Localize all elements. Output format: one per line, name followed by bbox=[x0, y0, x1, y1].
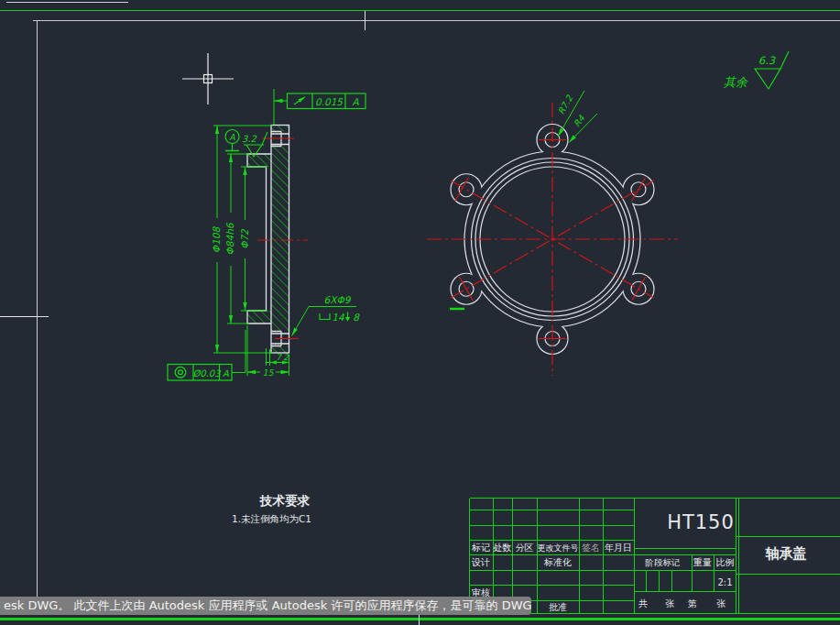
field-total: 共 bbox=[638, 598, 648, 609]
scale-value: 2:1 bbox=[717, 577, 732, 587]
svg-text:0.015: 0.015 bbox=[315, 96, 344, 107]
dim-width-total: 15 bbox=[262, 367, 274, 378]
svg-text:A: A bbox=[352, 96, 359, 107]
part-name-label: 轴承盖 bbox=[765, 545, 807, 562]
field-no: 第 bbox=[688, 598, 697, 609]
fcf-runout: 0.015 A bbox=[274, 89, 365, 125]
svg-text:6XΦ9: 6XΦ9 bbox=[324, 294, 352, 305]
role-approve: 批准 bbox=[549, 602, 567, 612]
rev-header-zone: 分区 bbox=[516, 543, 534, 553]
dim-width-plate: 7 bbox=[276, 353, 282, 362]
depth-icon bbox=[345, 312, 350, 322]
svg-text:14: 14 bbox=[332, 312, 344, 323]
svg-text:3.2: 3.2 bbox=[242, 134, 257, 144]
datum-a-symbol: A bbox=[225, 130, 239, 151]
role-standardization: 标准化 bbox=[543, 557, 572, 567]
hole-callout: 6XΦ9 14 8 bbox=[292, 294, 361, 336]
field-sheet: 张 bbox=[665, 598, 674, 609]
circular-runout-icon bbox=[294, 96, 306, 104]
drawing-svg: 其余 6.3 bbox=[0, 0, 840, 625]
rev-header-mark: 标记 bbox=[471, 543, 490, 553]
rev-header-count: 处数 bbox=[494, 543, 512, 553]
dim-outer-dia: Φ108 bbox=[211, 226, 222, 254]
field-weight: 重量 bbox=[693, 557, 712, 567]
material-label: HT150 bbox=[667, 511, 735, 533]
technical-requirements: 技术要求 1.未注倒角均为C1 bbox=[232, 493, 311, 524]
dim-spigot-dia: Φ84h6 bbox=[224, 222, 235, 255]
svg-text:8: 8 bbox=[353, 312, 360, 323]
surface-roughness-3-2: 3.2 bbox=[242, 132, 267, 157]
field-scale: 比例 bbox=[716, 557, 735, 567]
dim-recess-dia: Φ72 bbox=[239, 228, 250, 249]
section-hatch bbox=[247, 126, 289, 354]
status-text: esk DWG。 此文件上次由 Autodesk 应用程序或 Autodesk … bbox=[4, 598, 531, 612]
field-sheet2: 张 bbox=[716, 598, 725, 609]
fcf-coaxiality: Ø0.03 A bbox=[168, 330, 245, 380]
general-roughness-note[interactable]: 其余 6.3 bbox=[724, 51, 789, 89]
svg-text:Ø0.03: Ø0.03 bbox=[192, 368, 221, 378]
crosshair-cursor[interactable] bbox=[182, 53, 234, 104]
tech-req-title: 技术要求 bbox=[259, 493, 311, 508]
field-stage: 阶段标记 bbox=[646, 557, 681, 567]
svg-text:A: A bbox=[223, 368, 229, 378]
tech-req-item: 1.未注倒角均为C1 bbox=[232, 513, 311, 524]
trusted-dwg-status-message: esk DWG。 此文件上次由 Autodesk 应用程序或 Autodesk … bbox=[0, 597, 531, 615]
rev-header-date: 年月日 bbox=[605, 543, 632, 553]
roughness-value: 6.3 bbox=[758, 54, 777, 67]
rev-header-sign: 签名 bbox=[582, 543, 600, 553]
front-radius-labels: R7.2 R4 bbox=[556, 91, 597, 143]
counterbore-icon bbox=[320, 313, 330, 320]
concentricity-icon bbox=[175, 367, 186, 378]
role-design: 设计 bbox=[471, 557, 490, 567]
front-view[interactable]: R7.2 R4 bbox=[427, 91, 678, 376]
rev-header-docno: 更改文件号 bbox=[538, 543, 579, 553]
svg-text:A: A bbox=[229, 132, 235, 142]
qiyu-label: 其余 bbox=[724, 75, 748, 89]
autocad-canvas[interactable]: 其余 6.3 bbox=[0, 0, 840, 625]
side-section-view[interactable]: Φ108 Φ84h6 Φ72 15 7 2 A 3.2 0.015 bbox=[168, 89, 365, 380]
